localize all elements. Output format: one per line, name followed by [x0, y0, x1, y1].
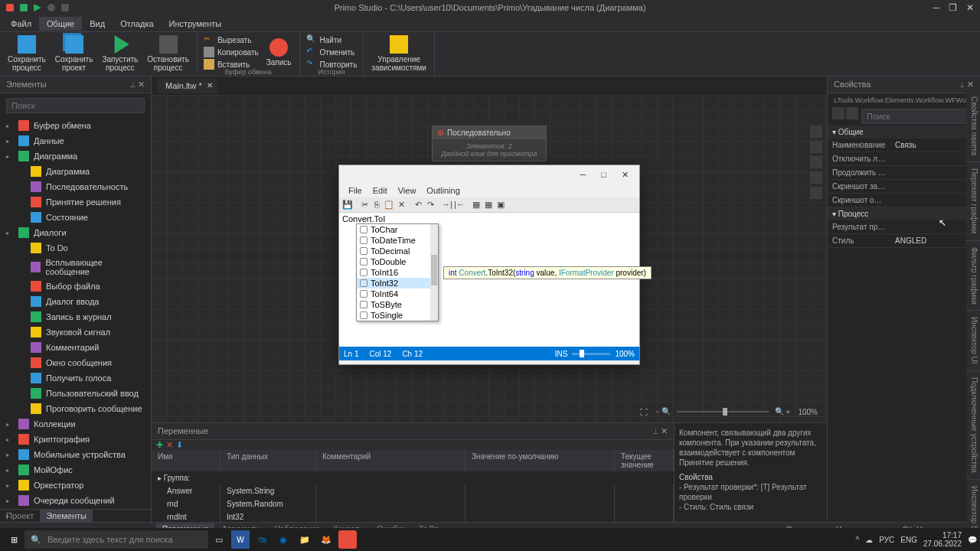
tree-item[interactable]: Диаграмма [0, 164, 151, 179]
tree-item[interactable]: Состояние [0, 210, 151, 225]
tool-4[interactable] [810, 171, 822, 184]
col-type[interactable]: Тип данных [220, 450, 316, 471]
editor-copy-icon[interactable]: ⎘ [371, 200, 382, 210]
tree-item[interactable]: Пользовательский ввод [0, 386, 151, 401]
tree-item[interactable]: Принятие решения [0, 194, 151, 210]
prop-row[interactable]: Скриншот заверше... [828, 180, 980, 194]
menu-general[interactable]: Общие [39, 17, 82, 31]
var-action-button[interactable]: ⬇ [176, 440, 183, 450]
kb-indicator[interactable]: ENG [900, 536, 917, 544]
autocomplete-item[interactable]: ToDouble [357, 256, 438, 267]
tree-item[interactable]: Буфер обмена [0, 118, 151, 133]
dialog-menu-outlining[interactable]: Outlining [422, 186, 464, 195]
dialog-menu-file[interactable]: File [344, 186, 367, 195]
task-view-icon[interactable]: ▭ [210, 530, 228, 549]
side-tab[interactable]: Перехват графики [966, 162, 980, 240]
var-row[interactable]: rndIntInt32 [152, 510, 674, 523]
editor-zoom-slider[interactable] [572, 353, 610, 355]
col-current[interactable]: Текущее значение [615, 450, 674, 471]
find-button[interactable]: 🔍Найти [303, 34, 361, 46]
prop-row[interactable]: Результат проверки [828, 220, 980, 234]
delete-var-button[interactable]: ✕ [166, 440, 173, 450]
tree-item[interactable]: Окно сообщения [0, 355, 151, 370]
cut-button[interactable]: ✂Вырезать [201, 34, 262, 46]
col-default[interactable]: Значение по-умолчанию [466, 450, 615, 471]
menu-debug[interactable]: Отладка [113, 17, 161, 31]
editor-save-icon[interactable]: 💾 [342, 200, 353, 210]
tree-item[interactable]: МойОфис [0, 462, 151, 478]
autocomplete-popup[interactable]: ToCharToDateTimeToDecimalToDoubleToInt16… [356, 223, 439, 321]
tree-item[interactable]: Звуковой сигнал [0, 324, 151, 340]
record-button[interactable]: Запись [262, 37, 296, 68]
undo-button[interactable]: ↶Отменить [303, 46, 361, 58]
vars-group[interactable]: ▸ Группа: [152, 471, 674, 484]
dialog-menu-edit[interactable]: Edit [368, 186, 392, 195]
autocomplete-item[interactable]: ToInt32 [357, 278, 438, 289]
side-tab[interactable]: Свойства пакета [966, 90, 980, 162]
side-tab[interactable]: Подключенные устройства [966, 371, 980, 480]
menu-tools[interactable]: Инструменты [162, 17, 230, 31]
fit-icon[interactable]: ⛶ [640, 408, 648, 416]
zoom-in-icon[interactable]: 🔍＋ [775, 406, 792, 417]
tree-item[interactable]: Диаграмма [0, 148, 151, 164]
editor-undo-icon[interactable]: ↶ [413, 200, 423, 210]
close-button[interactable]: ✕ [966, 2, 974, 13]
elements-tab[interactable]: Элементы [40, 510, 93, 522]
tree-item[interactable]: Комментарий [0, 340, 151, 355]
zoom-slider[interactable] [677, 411, 769, 412]
tree-item[interactable]: Получить голоса [0, 370, 151, 386]
firefox-icon[interactable]: 🦊 [317, 530, 335, 549]
add-var-button[interactable]: ✚ [156, 440, 163, 450]
props-sort-icon[interactable] [832, 107, 844, 119]
explorer-icon[interactable]: 📁 [296, 530, 314, 549]
tree-item[interactable]: Диалоги [0, 225, 151, 240]
editor-cut-icon[interactable]: ✂ [359, 200, 370, 210]
var-row[interactable]: rndSystem.Random [152, 497, 674, 510]
tree-item[interactable]: Диалог ввода [0, 294, 151, 309]
deps-button[interactable]: Управление зависимостями [367, 34, 431, 73]
autocomplete-item[interactable]: ToInt16 [357, 267, 438, 278]
tree-item[interactable]: Данные [0, 133, 151, 148]
minimize-button[interactable]: ─ [933, 2, 939, 13]
tray-time[interactable]: 17:17 [923, 531, 962, 540]
tab-close-icon[interactable]: ✕ [207, 81, 213, 90]
pointer-tool[interactable] [810, 126, 822, 138]
zoom-out-icon[interactable]: －🔍 [654, 406, 671, 417]
prop-row[interactable]: Продолжить при о... [828, 166, 980, 180]
autocomplete-item[interactable]: ToDateTime [357, 235, 438, 246]
props-section-process[interactable]: ▾ Процесс [828, 207, 980, 220]
editor-outdent-icon[interactable]: |← [454, 200, 465, 210]
autocomplete-item[interactable]: ToSingle [357, 310, 438, 321]
sequence-node[interactable]: ⚙Последовательно Элементов: 2Двойной кли… [432, 126, 547, 161]
editor-delete-icon[interactable]: ✕ [396, 200, 407, 210]
code-editor[interactable]: Convert.ToI ToCharToDateTimeToDecimalToD… [339, 213, 639, 347]
elements-tree[interactable]: Буфер обменаДанныеДиаграммаДиаграммаПосл… [0, 118, 151, 509]
run-button[interactable]: Запустить процесс [97, 34, 142, 73]
prop-row[interactable]: Скриншот ошибки [828, 194, 980, 207]
editor-indent-icon[interactable]: →| [442, 200, 452, 210]
tree-item[interactable]: Запись в журнал [0, 309, 151, 324]
side-tab[interactable]: Инспектор UI [966, 311, 980, 371]
autocomplete-item[interactable]: ToInt64 [357, 289, 438, 299]
vars-close-icon[interactable]: ⟂ ✕ [653, 426, 668, 436]
col-name[interactable]: Имя [152, 450, 220, 471]
tree-item[interactable]: Проговорить сообщение [0, 401, 151, 416]
tray-onedrive-icon[interactable]: ☁ [865, 536, 873, 544]
autocomplete-item[interactable]: ToChar [357, 224, 438, 235]
side-tab[interactable]: Фильтр графики [966, 241, 980, 311]
tree-item[interactable]: Всплывающее сообщение [0, 256, 151, 279]
editor-redo-icon[interactable]: ↷ [425, 200, 436, 210]
props-close-icon[interactable]: ⟂ ✕ [959, 80, 974, 90]
editor-paste-icon[interactable]: 📋 [384, 200, 394, 210]
word-icon[interactable]: W [231, 530, 250, 549]
primo-icon[interactable] [338, 530, 357, 549]
tool-2[interactable] [810, 141, 822, 153]
dialog-close-button[interactable]: ✕ [617, 168, 633, 181]
props-section-general[interactable]: ▾ Общие [828, 126, 980, 139]
stop-button[interactable]: Остановить процесс [142, 34, 194, 73]
store-icon[interactable]: 🛍 [253, 530, 271, 549]
tree-item[interactable]: Выбор файла [0, 279, 151, 294]
editor-bookmark-icon[interactable]: ▣ [495, 200, 506, 210]
tray-up-icon[interactable]: ^ [856, 536, 860, 544]
autocomplete-item[interactable]: ToDecimal [357, 246, 438, 256]
